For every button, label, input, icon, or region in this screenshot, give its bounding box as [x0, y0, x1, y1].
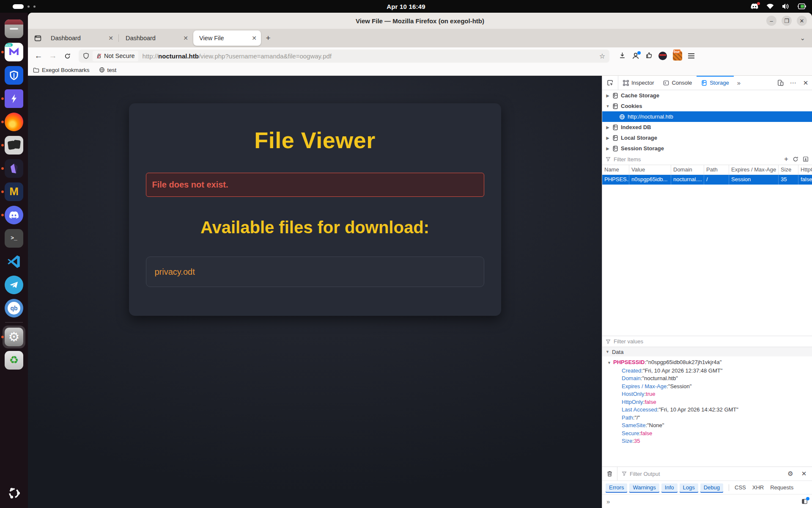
pick-element-icon[interactable] — [602, 76, 618, 90]
discord-tray-icon[interactable] — [750, 3, 759, 10]
devtools-tab-storage[interactable]: Storage — [697, 76, 734, 90]
cookie-prop: Path:"/" — [607, 414, 812, 422]
volume-icon[interactable] — [782, 3, 789, 10]
devtools-menu-icon[interactable]: ⋯ — [787, 76, 799, 90]
data-section-header[interactable]: ▼ Data — [602, 347, 812, 356]
refresh-icon[interactable] — [793, 156, 798, 162]
cookie-table-row-selected[interactable]: PHPSES... n0spgp65idb... nocturnal.... /… — [602, 175, 812, 185]
tree-item-cookie-host-selected[interactable]: http://nocturnal.htb — [602, 111, 812, 122]
storage-icon — [701, 80, 707, 86]
devtools-panel: Inspector Console Storage » — [602, 76, 812, 508]
extension-icon[interactable] — [645, 52, 653, 61]
tab-close-icon[interactable]: ✕ — [252, 35, 257, 41]
dock-item-discord[interactable] — [0, 203, 28, 226]
clear-console-trash-icon[interactable] — [602, 467, 617, 480]
pill-warnings[interactable]: Warnings — [629, 483, 659, 492]
tree-item-local-storage[interactable]: ▶ Local Storage — [602, 133, 812, 143]
shield-permissions-icon[interactable] — [83, 52, 89, 59]
pill-errors[interactable]: Errors — [606, 483, 627, 492]
bookmark-folder-exegol[interactable]: Exegol Bookmarks — [33, 67, 90, 73]
filter-items-input[interactable]: Filter Items — [614, 156, 641, 163]
filter-output-input[interactable]: Filter Output — [630, 471, 660, 477]
pill-info[interactable]: Info — [661, 483, 678, 492]
tree-item-cache-storage[interactable]: ▶ Cache Storage — [602, 90, 812, 101]
wifi-icon[interactable] — [766, 3, 774, 9]
dock-item-terminal[interactable]: >_ — [0, 226, 28, 250]
tree-item-cookies[interactable]: ▼ Cookies — [602, 101, 812, 111]
app-grid-button[interactable] — [7, 486, 21, 502]
dock-item-m-app[interactable]: M — [0, 180, 28, 203]
dock-item-mail[interactable]: Beta — [0, 40, 28, 64]
security-chip[interactable]: Not Secure — [93, 51, 138, 61]
new-tab-button[interactable]: + — [262, 32, 274, 44]
console-close-icon[interactable]: ✕ — [798, 470, 809, 478]
console-prompt-icon[interactable]: » — [606, 498, 610, 505]
responsive-design-icon[interactable] — [774, 76, 787, 90]
tree-item-indexed-db[interactable]: ▶ Indexed DB — [602, 122, 812, 133]
titlebar[interactable]: View File — Mozilla Firefox (on exegol-h… — [28, 13, 812, 29]
cookie-table-header[interactable]: Name Value Domain Path Expires / Max-Age… — [602, 165, 812, 175]
dock-item-qbittorrent[interactable]: qb — [0, 296, 28, 320]
clock[interactable]: Apr 10 16:49 — [0, 3, 812, 10]
menu-icon[interactable] — [688, 53, 694, 58]
dock-item-trash[interactable]: ♻ — [0, 348, 28, 372]
storage-type-icon — [612, 146, 618, 152]
filter-values-input[interactable]: Filter values — [614, 338, 643, 345]
more-tabs-chevron-icon[interactable]: » — [734, 76, 744, 90]
tab-dashboard-2[interactable]: Dashboard ✕ — [120, 30, 192, 46]
dock-item-vscode[interactable] — [0, 250, 28, 273]
downloads-icon[interactable] — [619, 52, 626, 61]
minimize-button[interactable]: – — [766, 16, 776, 26]
cookie-detail-root[interactable]: ▼ PHPSESSID:"n0spgp65idb08uk27jh1vkjr4a" — [607, 359, 812, 367]
dock-item-zap-app[interactable] — [0, 87, 28, 110]
pill-requests[interactable]: Requests — [770, 484, 793, 491]
firefox-icon — [5, 113, 23, 131]
reload-button[interactable] — [61, 50, 74, 62]
file-viewer-card: File Viewer File does not exist. Availab… — [129, 103, 501, 316]
window-title: View File — Mozilla Firefox (on exegol-h… — [28, 17, 812, 25]
close-button[interactable]: ✕ — [797, 16, 807, 26]
bookmark-test[interactable]: test — [99, 67, 117, 73]
pill-logs[interactable]: Logs — [680, 483, 698, 492]
tab-dashboard-1[interactable]: Dashboard ✕ — [45, 30, 118, 46]
tab-view-file-active[interactable]: View File ✕ — [193, 30, 261, 46]
pill-xhr[interactable]: XHR — [752, 484, 764, 491]
tree-item-session-storage[interactable]: ▶ Session Storage — [602, 143, 812, 154]
dock-item-settings[interactable]: ⚙ — [0, 325, 28, 348]
url-bar[interactable]: Not Secure http://nocturnal.htb/view.php… — [79, 50, 609, 63]
restore-button[interactable]: ❐ — [782, 16, 792, 26]
dock-item-screenshot-app[interactable] — [0, 133, 28, 157]
firefox-view-icon[interactable] — [31, 32, 44, 44]
back-button[interactable]: ← — [32, 50, 45, 62]
list-all-tabs-chevron-icon[interactable]: ⌄ — [800, 34, 809, 42]
battery-icon[interactable] — [797, 3, 806, 9]
dock-item-firefox[interactable] — [0, 110, 28, 133]
add-item-icon[interactable]: + — [784, 155, 788, 163]
pill-css[interactable]: CSS — [735, 484, 746, 491]
devtools-close-icon[interactable]: ✕ — [799, 76, 812, 90]
trash-recycle-icon: ♻ — [5, 351, 23, 370]
pill-debug[interactable]: Debug — [700, 483, 723, 492]
devtools-tab-inspector[interactable]: Inspector — [618, 76, 658, 90]
discord-icon — [5, 206, 23, 224]
storage-type-icon — [612, 93, 618, 99]
tab-close-icon[interactable]: ✕ — [183, 35, 188, 41]
account-icon[interactable] — [632, 52, 639, 60]
bookmark-star-icon[interactable]: ☆ — [599, 52, 605, 60]
funnel-icon — [606, 157, 611, 162]
devtools-tab-console[interactable]: Console — [658, 76, 697, 90]
dock-item-obsidian[interactable] — [0, 157, 28, 180]
dock-item-file-manager[interactable] — [0, 17, 28, 40]
tab-close-icon[interactable]: ✕ — [108, 35, 113, 41]
cookie-prop: Secure:false — [607, 430, 812, 438]
console-sidebar-toggle-icon[interactable] — [801, 498, 808, 505]
foxyproxy-burp-icon[interactable]: bur — [673, 51, 682, 61]
dock-item-telegram[interactable] — [0, 273, 28, 296]
console-settings-gear-icon[interactable]: ⚙ — [785, 470, 796, 478]
file-download-link[interactable]: privacy.odt — [155, 267, 195, 277]
forward-button[interactable]: → — [47, 50, 59, 62]
page-viewport: File Viewer File does not exist. Availab… — [28, 76, 602, 508]
extension-avatar-icon[interactable] — [658, 52, 667, 60]
import-icon[interactable] — [803, 156, 809, 162]
dock-item-bitwarden[interactable] — [0, 64, 28, 87]
